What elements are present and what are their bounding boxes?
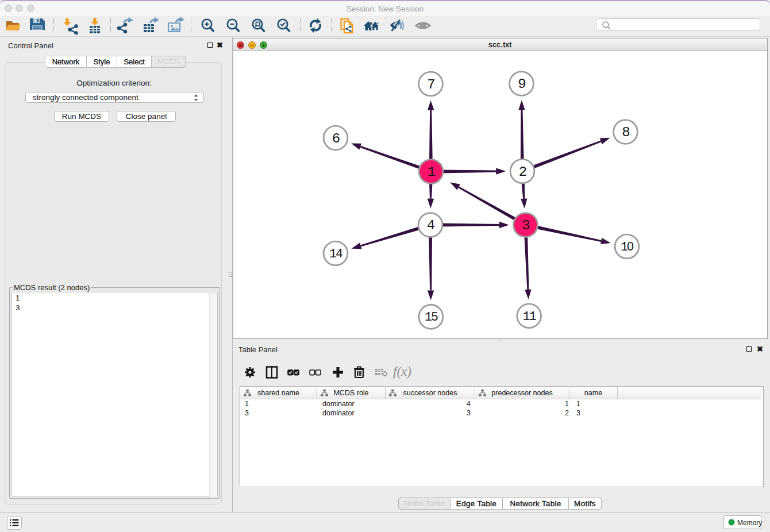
svg-text:6: 6 (332, 131, 340, 147)
svg-text:9: 9 (518, 76, 525, 92)
svg-text:1: 1 (428, 164, 436, 180)
svg-text:7: 7 (427, 77, 434, 92)
svg-text:4: 4 (427, 218, 435, 233)
svg-text:10: 10 (621, 240, 634, 254)
svg-text:14: 14 (329, 247, 342, 261)
svg-text:3: 3 (522, 218, 529, 233)
svg-text:8: 8 (622, 125, 629, 140)
svg-text:2: 2 (519, 164, 526, 180)
svg-text:15: 15 (425, 310, 438, 324)
svg-text:f(x): f(x) (393, 364, 411, 379)
svg-text:11: 11 (523, 310, 536, 323)
